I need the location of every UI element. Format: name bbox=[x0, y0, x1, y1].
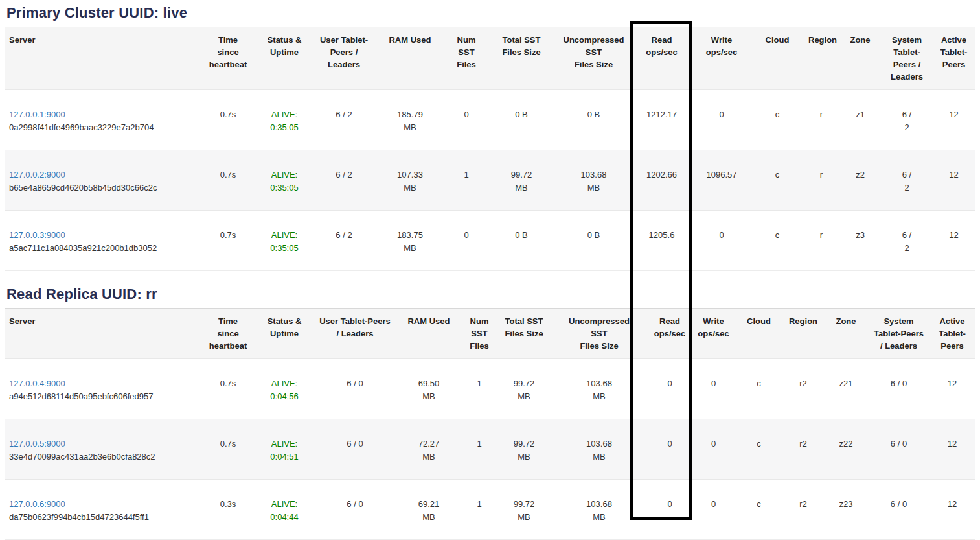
column-header-zone: Zone bbox=[839, 27, 881, 90]
write-ops-sec-cell: 0 bbox=[692, 419, 735, 480]
region-cell: r2 bbox=[782, 359, 824, 419]
region-cell: r bbox=[803, 211, 839, 271]
uncompressed-sst-files-size-cell: 103.68 MB bbox=[551, 419, 648, 480]
region-cell: r bbox=[803, 90, 839, 150]
server-row: 127.0.0.3:9000a5ac711c1a084035a921c200b1… bbox=[5, 211, 975, 271]
ram-used-cell: 107.33 MB bbox=[374, 150, 446, 211]
server-cell: 127.0.0.2:9000b65e4a8659cd4620b58b45dd30… bbox=[5, 150, 201, 211]
column-header-read-ops-sec: Read ops/sec bbox=[648, 309, 692, 359]
column-header-system-tablet-peers: System Tablet- Peers / Leaders bbox=[881, 27, 933, 90]
active-tablet-peers-cell: 12 bbox=[929, 480, 975, 540]
write-ops-sec-cell: 0 bbox=[692, 359, 735, 419]
user-tablet-peers-cell: 6 / 0 bbox=[313, 419, 396, 480]
system-tablet-peers-cell: 6 / 0 bbox=[868, 359, 929, 419]
server-cell: 127.0.0.3:9000a5ac711c1a084035a921c200b1… bbox=[5, 211, 201, 271]
time-since-heartbeat-cell: 0.3s bbox=[201, 480, 255, 540]
column-header-write-ops-sec: Write ops/sec bbox=[692, 27, 751, 90]
server-link[interactable]: 127.0.0.3:9000 bbox=[9, 230, 65, 240]
read-ops-sec-cell: 0 bbox=[648, 480, 692, 540]
region-cell: r bbox=[803, 150, 839, 211]
column-header-active-tablet-peers: Active Tablet- Peers bbox=[933, 27, 975, 90]
uncompressed-sst-files-size-cell: 103.68 MB bbox=[556, 150, 632, 211]
time-since-heartbeat-cell: 0.7s bbox=[201, 150, 255, 211]
column-header-status-uptime: Status & Uptime bbox=[255, 27, 313, 90]
read-ops-sec-cell: 0 bbox=[648, 359, 692, 419]
user-tablet-peers-cell: 6 / 0 bbox=[313, 359, 396, 419]
num-sst-files-cell: 1 bbox=[446, 150, 487, 211]
read-ops-sec-cell: 1212.17 bbox=[632, 90, 692, 150]
uncompressed-sst-files-size-cell: 103.68 MB bbox=[551, 480, 648, 540]
read-replica-table: ServerTime since heartbeatStatus & Uptim… bbox=[5, 308, 975, 540]
active-tablet-peers-cell: 12 bbox=[933, 90, 975, 150]
region-cell: r2 bbox=[782, 480, 824, 540]
zone-cell: z23 bbox=[824, 480, 868, 540]
server-cell: 127.0.0.5:900033e4d70099ac431aa2b3e6b0cf… bbox=[5, 419, 201, 480]
uncompressed-sst-files-size-cell: 103.68 MB bbox=[551, 359, 648, 419]
column-header-active-tablet-peers: Active Tablet- Peers bbox=[929, 309, 975, 359]
server-link[interactable]: 127.0.0.5:9000 bbox=[9, 439, 65, 449]
ram-used-cell: 69.50 MB bbox=[396, 359, 461, 419]
column-header-status-uptime: Status & Uptime bbox=[255, 309, 313, 359]
num-sst-files-cell: 1 bbox=[461, 419, 497, 480]
system-tablet-peers-cell: 6 / 0 bbox=[868, 480, 929, 540]
user-tablet-peers-cell: 6 / 2 bbox=[313, 150, 374, 211]
primary-cluster-title: Primary Cluster UUID: live bbox=[0, 0, 980, 27]
column-header-user-tablet-peers: User Tablet- Peers / Leaders bbox=[313, 27, 374, 90]
num-sst-files-cell: 1 bbox=[461, 359, 497, 419]
system-tablet-peers-cell: 6 / 2 bbox=[881, 90, 933, 150]
column-header-server: Server bbox=[5, 309, 201, 359]
column-header-user-tablet-peers: User Tablet-Peers / Leaders bbox=[313, 309, 396, 359]
total-sst-files-size-cell: 99.72 MB bbox=[497, 359, 551, 419]
column-header-time-since-heartbeat: Time since heartbeat bbox=[201, 27, 255, 90]
system-tablet-peers-cell: 6 / 2 bbox=[881, 211, 933, 271]
server-link[interactable]: 127.0.0.2:9000 bbox=[9, 170, 65, 180]
server-row: 127.0.0.2:9000b65e4a8659cd4620b58b45dd30… bbox=[5, 150, 975, 211]
zone-cell: z2 bbox=[839, 150, 881, 211]
total-sst-files-size-cell: 0 B bbox=[487, 211, 556, 271]
cloud-cell: c bbox=[735, 359, 782, 419]
write-ops-sec-cell: 0 bbox=[692, 480, 735, 540]
column-header-write-ops-sec: Write ops/sec bbox=[692, 309, 735, 359]
server-row: 127.0.0.4:9000a94e512d68114d50a95ebfc606… bbox=[5, 359, 975, 419]
server-link[interactable]: 127.0.0.6:9000 bbox=[9, 499, 65, 509]
region-cell: r2 bbox=[782, 419, 824, 480]
server-row: 127.0.0.6:9000da75b0623f994b4cb15d472364… bbox=[5, 480, 975, 540]
user-tablet-peers-cell: 6 / 0 bbox=[313, 480, 396, 540]
column-header-ram-used: RAM Used bbox=[396, 309, 461, 359]
time-since-heartbeat-cell: 0.7s bbox=[201, 90, 255, 150]
server-link[interactable]: 127.0.0.4:9000 bbox=[9, 379, 65, 388]
cloud-cell: c bbox=[751, 211, 803, 271]
server-uuid: a94e512d68114d50a95ebfc606fed957 bbox=[9, 390, 196, 403]
header-row: ServerTime since heartbeatStatus & Uptim… bbox=[5, 309, 975, 359]
status-uptime-cell: ALIVE: 0:35:05 bbox=[255, 150, 313, 211]
ram-used-cell: 185.79 MB bbox=[374, 90, 446, 150]
active-tablet-peers-cell: 12 bbox=[933, 211, 975, 271]
total-sst-files-size-cell: 99.72 MB bbox=[487, 150, 556, 211]
primary-cluster-table: ServerTime since heartbeatStatus & Uptim… bbox=[5, 27, 975, 271]
total-sst-files-size-cell: 0 B bbox=[487, 90, 556, 150]
num-sst-files-cell: 0 bbox=[446, 90, 487, 150]
active-tablet-peers-cell: 12 bbox=[929, 419, 975, 480]
read-replica-title: Read Replica UUID: rr bbox=[0, 271, 980, 308]
header-row: ServerTime since heartbeatStatus & Uptim… bbox=[5, 27, 975, 90]
column-header-cloud: Cloud bbox=[735, 309, 782, 359]
column-header-time-since-heartbeat: Time since heartbeat bbox=[201, 309, 255, 359]
cloud-cell: c bbox=[751, 150, 803, 211]
column-header-cloud: Cloud bbox=[751, 27, 803, 90]
total-sst-files-size-cell: 99.72 MB bbox=[497, 480, 551, 540]
cloud-cell: c bbox=[735, 480, 782, 540]
status-uptime-cell: ALIVE: 0:35:05 bbox=[255, 90, 313, 150]
system-tablet-peers-cell: 6 / 0 bbox=[868, 419, 929, 480]
tablet-servers-page: Primary Cluster UUID: live ServerTime si… bbox=[0, 0, 980, 540]
server-link[interactable]: 127.0.0.1:9000 bbox=[9, 110, 65, 119]
ram-used-cell: 183.75 MB bbox=[374, 211, 446, 271]
column-header-zone: Zone bbox=[824, 309, 868, 359]
server-row: 127.0.0.1:90000a2998f41dfe4969baac3229e7… bbox=[5, 90, 975, 150]
column-header-total-sst-files-size: Total SST Files Size bbox=[487, 27, 556, 90]
column-header-num-sst-files: Num SST Files bbox=[446, 27, 487, 90]
cloud-cell: c bbox=[751, 90, 803, 150]
zone-cell: z1 bbox=[839, 90, 881, 150]
column-header-uncompressed-sst-files-size: Uncompressed SST Files Size bbox=[556, 27, 632, 90]
column-header-server: Server bbox=[5, 27, 201, 90]
uncompressed-sst-files-size-cell: 0 B bbox=[556, 211, 632, 271]
